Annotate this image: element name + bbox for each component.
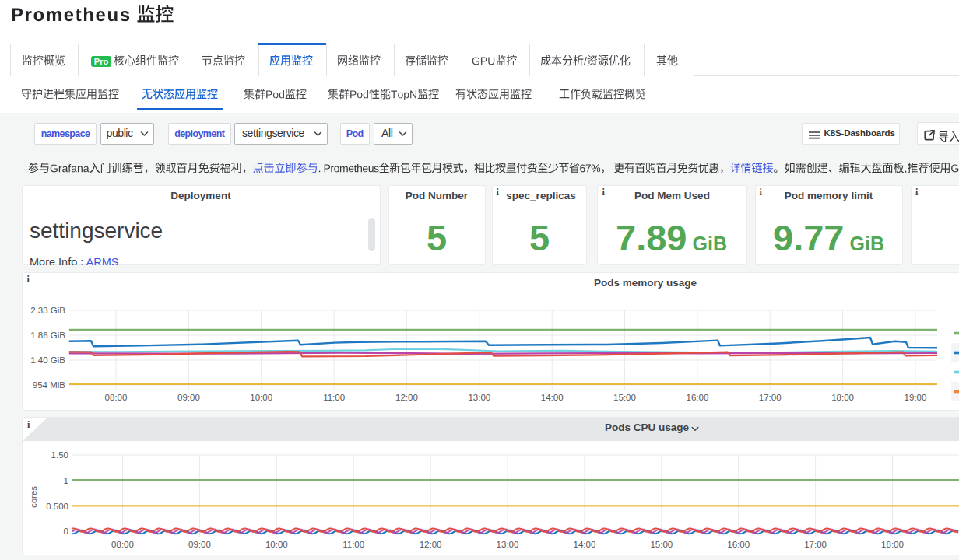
svg-text:1.50: 1.50 [51,450,68,460]
svg-text:12:00: 12:00 [420,540,442,549]
svg-text:17:00: 17:00 [804,540,827,549]
svg-text:18:00: 18:00 [881,540,904,549]
svg-text:13:00: 13:00 [497,540,519,549]
svg-text:cores: cores [29,486,38,508]
svg-text:08:00: 08:00 [111,540,134,549]
svg-text:15:00: 15:00 [650,540,673,549]
svg-text:0: 0 [64,527,68,536]
svg-text:14:00: 14:00 [574,540,596,549]
svg-text:11:00: 11:00 [342,540,364,549]
svg-text:16:00: 16:00 [727,540,750,549]
svg-text:1: 1 [64,476,68,485]
svg-text:09:00: 09:00 [188,540,211,549]
svg-text:10:00: 10:00 [265,540,288,549]
svg-text:0.500: 0.500 [46,502,68,511]
